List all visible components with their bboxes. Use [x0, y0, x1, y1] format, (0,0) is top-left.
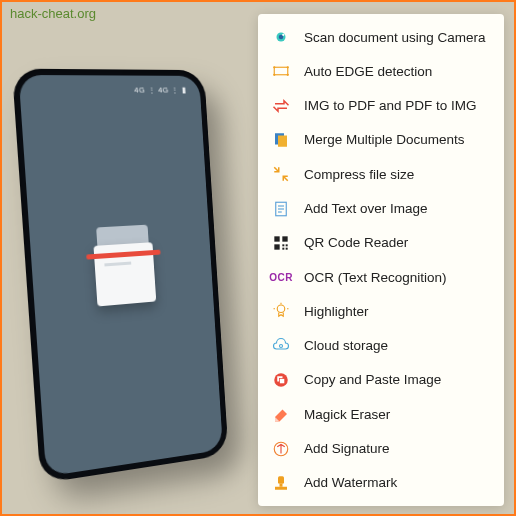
edge-detection-icon	[272, 62, 290, 80]
feature-label: Merge Multiple Documents	[304, 132, 465, 147]
merge-docs-icon	[272, 131, 290, 149]
feature-label: Add Watermark	[304, 475, 397, 490]
feature-label: IMG to PDF and PDF to IMG	[304, 98, 477, 113]
svg-point-2	[282, 34, 284, 36]
copy-paste-icon	[272, 371, 290, 389]
svg-rect-9	[278, 135, 287, 146]
feature-label: Cloud storage	[304, 338, 388, 353]
feature-ocr[interactable]: OCR OCR (Text Recognition)	[258, 260, 504, 294]
watermark-icon	[272, 474, 290, 492]
highlighter-icon	[272, 302, 290, 320]
feature-copy-paste[interactable]: Copy and Paste Image	[258, 363, 504, 397]
feature-label: Magick Eraser	[304, 407, 390, 422]
feature-add-text[interactable]: Add Text over Image	[258, 191, 504, 225]
eraser-icon	[272, 405, 290, 423]
feature-compress[interactable]: Compress file size	[258, 157, 504, 191]
feature-label: Add Signature	[304, 441, 390, 456]
svg-rect-32	[280, 484, 283, 487]
feature-qr-reader[interactable]: QR Code Reader	[258, 226, 504, 260]
svg-rect-15	[282, 236, 287, 241]
svg-rect-28	[280, 378, 285, 383]
feature-eraser[interactable]: Magick Eraser	[258, 397, 504, 431]
phone-screen: 4G ⋮ 4G ⋮ ▮	[19, 75, 223, 477]
svg-rect-14	[274, 236, 279, 241]
svg-rect-31	[275, 487, 287, 490]
scanner-app-icon	[88, 224, 160, 309]
feature-merge-docs[interactable]: Merge Multiple Documents	[258, 123, 504, 157]
phone-mockup: 4G ⋮ 4G ⋮ ▮	[12, 69, 229, 484]
svg-rect-3	[274, 68, 288, 76]
feature-label: OCR (Text Recognition)	[304, 270, 447, 285]
feature-signature[interactable]: Add Signature	[258, 431, 504, 465]
features-panel: Scan document using Camera Auto EDGE det…	[258, 14, 504, 506]
camera-scan-icon	[272, 28, 290, 46]
status-bar: 4G ⋮ 4G ⋮ ▮	[134, 86, 186, 95]
svg-point-5	[287, 67, 289, 69]
feature-cloud-storage[interactable]: Cloud storage	[258, 329, 504, 363]
feature-label: Auto EDGE detection	[304, 64, 432, 79]
svg-rect-19	[282, 247, 284, 249]
feature-scan-camera[interactable]: Scan document using Camera	[258, 20, 504, 54]
feature-label: Compress file size	[304, 167, 414, 182]
svg-point-7	[287, 74, 289, 76]
ocr-icon: OCR	[272, 268, 290, 286]
feature-highlighter[interactable]: Highlighter	[258, 294, 504, 328]
svg-rect-17	[282, 244, 284, 246]
svg-rect-20	[286, 247, 288, 249]
feature-label: QR Code Reader	[304, 235, 408, 250]
feature-label: Copy and Paste Image	[304, 372, 441, 387]
add-text-icon	[272, 200, 290, 218]
svg-point-25	[280, 344, 283, 347]
feature-label: Highlighter	[304, 304, 369, 319]
feature-label: Scan document using Camera	[304, 30, 486, 45]
phone-body: 4G ⋮ 4G ⋮ ▮	[12, 69, 229, 484]
cloud-storage-icon	[272, 337, 290, 355]
feature-watermark[interactable]: Add Watermark	[258, 466, 504, 500]
feature-edge-detection[interactable]: Auto EDGE detection	[258, 54, 504, 88]
feature-convert[interactable]: IMG to PDF and PDF to IMG	[258, 89, 504, 123]
source-url: hack-cheat.org	[10, 6, 96, 21]
svg-point-21	[277, 305, 285, 313]
svg-point-6	[273, 74, 275, 76]
convert-icon	[272, 97, 290, 115]
svg-rect-16	[274, 244, 279, 249]
svg-rect-18	[286, 244, 288, 246]
compress-icon	[272, 165, 290, 183]
feature-label: Add Text over Image	[304, 201, 428, 216]
signature-icon	[272, 440, 290, 458]
qr-code-icon	[272, 234, 290, 252]
svg-rect-30	[278, 476, 284, 484]
svg-point-4	[273, 67, 275, 69]
